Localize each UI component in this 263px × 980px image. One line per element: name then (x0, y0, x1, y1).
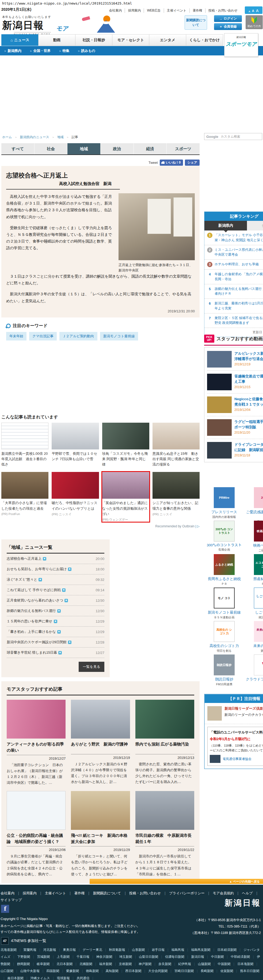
related-card[interactable]: 意識戻らぬ息子と15年 動き出す両親 同じ境遇の家族と交流の場探る (152, 423, 200, 468)
paper-link[interactable]: 山梨日日新聞 (139, 955, 165, 959)
paper-link[interactable]: 沖縄タイムス (30, 976, 57, 980)
paper-link[interactable]: 秋田魁新報 (109, 948, 132, 951)
ranking-tab-prefecture[interactable]: 新潟県内 (204, 221, 247, 231)
paper-link[interactable]: 北海道新聞 (0, 948, 24, 951)
ranking-link[interactable]: 年越しの食材求め 「魚のアメ横」にぎわう 長岡・寺泊 (215, 272, 263, 282)
paper-link[interactable]: 中国新聞 (217, 962, 237, 966)
outbrain-attribution[interactable]: Recommended by Outbrain (2, 524, 200, 528)
topnav-webad[interactable]: WEB広告 (144, 8, 164, 13)
footer-link[interactable]: モア会員規約 (213, 891, 242, 895)
promo-banner[interactable]: 映画ベスト映画ベスト10ご応募を (244, 521, 263, 554)
paper-link[interactable]: 東奥日報 (63, 948, 83, 951)
tab-video[interactable]: 動画 (38, 34, 76, 46)
paper-link[interactable]: 千葉日報 (76, 955, 96, 959)
related-card[interactable]: 珍鳥「コスズガモ」今冬も飛来 阿賀野・瓢湖 昨年と同じ雄 (102, 423, 149, 468)
font-size-large-button[interactable]: A (256, 8, 259, 13)
paper-link[interactable]: 下野新聞 (17, 955, 37, 959)
paper-link[interactable]: 紀伊民報 (178, 962, 198, 966)
staff-card[interactable]: 市民目線の模索 中原新潟市長就任１年2019/11/22 新潟市の中原八一市長が… (135, 791, 194, 877)
paper-link[interactable]: 神戸新聞 (139, 962, 158, 966)
paper-link[interactable]: 山陰中央新報 (21, 969, 46, 973)
paper-link[interactable]: 信濃毎日新聞 (165, 955, 191, 959)
topnav-contact[interactable]: 投稿・お問い合わせ (206, 8, 241, 13)
footer-link[interactable]: 著作権 (74, 891, 93, 895)
pr-item[interactable]: 「電話のユニバーサルサービス料」 令和2年1月から月額2円に （110番、118… (208, 727, 263, 766)
promo-banner[interactable]: Vクラウドファンディング (244, 654, 263, 688)
paper-link[interactable]: 共同通信 (76, 976, 96, 980)
topnav-company[interactable]: 会社案内 (106, 8, 125, 13)
paper-link[interactable]: 西日本新聞 (125, 969, 149, 973)
news-list-item[interactable]: 球音響き半世紀 惜しまれ15日幕12/27 (7, 648, 105, 658)
paper-link[interactable]: 愛媛新聞 (66, 969, 86, 973)
font-size-small-button[interactable]: A (249, 10, 250, 13)
news-list-item[interactable]: 志望校合格へ正月返上20:00 (7, 554, 105, 564)
video-item[interactable]: Negiccoと佐藤食品が全国雑煮合戦３１でタッグ2019/12/04 (207, 393, 263, 416)
ranking-link[interactable]: 衆院２区・５区 候補不在で焦る新潟県内の野党 政党間調整進まず (215, 316, 263, 326)
subnav-reading[interactable]: 読みもの (77, 48, 95, 53)
paper-link[interactable]: 京都新聞 (119, 962, 139, 966)
staff-card[interactable]: 飛べ!! 紙ヒコーキ 新潟の本格派大会に参加2019/11/29 「折り紙ヒコー… (71, 791, 130, 877)
promo-banner[interactable]: エコ＆カンパニー県産材の魅力ＰＲ (244, 554, 263, 587)
tab-economy[interactable]: 経済 (134, 143, 167, 154)
tab-region[interactable]: 地域 (67, 143, 100, 154)
ranking-link[interactable]: 新潟三越、最後の初売りは1月2日 福袋、例年より充実 (215, 301, 263, 311)
paper-link[interactable]: 福島民報 (171, 948, 191, 951)
staff-card[interactable]: 県内でも深刻 広がる薬物汚染2019/12/13 密閉された窓、紫色の壁に黒い革… (135, 700, 194, 786)
login-button[interactable]: →ログイン (214, 15, 242, 22)
footer-link[interactable]: プライバシーポリシー (169, 891, 213, 895)
footer-link[interactable]: サイトマップ (0, 898, 27, 902)
paper-link[interactable]: 福島民友新聞 (191, 948, 217, 951)
search-input[interactable] (220, 134, 260, 138)
footer-link[interactable]: 採用案内 (23, 891, 45, 895)
footer-link[interactable]: 会社案内 (0, 891, 23, 895)
footer-link[interactable]: ヘルプ (242, 891, 261, 895)
paper-link[interactable]: 岐阜新聞 (37, 962, 57, 966)
tweet-button[interactable]: Tweet (149, 161, 158, 165)
subscribe-info-button[interactable]: 新聞購読について (185, 15, 207, 30)
news-list-item[interactable]: こねて延ばして 手作りそばに挑戦09:14 (7, 585, 105, 595)
paper-link[interactable]: 奈良新聞 (158, 962, 178, 966)
subnav-national[interactable]: 全国・世界 (29, 48, 51, 53)
related-card[interactable]: 嘘だろ、中性脂肪が？ニッスイのハンパないサプリとは(PR) ニッスイ (52, 472, 99, 522)
video-item[interactable]: 笹越橋交差点で通行切り替え工事2019/12/15 (207, 371, 263, 393)
related-card-highlighted[interactable]: 「英会話やめました」通訳になった女性の英語勉強法がスゴい(PR) ウェンズデー (102, 472, 149, 522)
paper-link[interactable]: 琉球新報 (57, 976, 76, 980)
paper-link[interactable]: 中部経済新聞 (231, 955, 257, 959)
promo-banner[interactable]: 朗読日報抄朗読日報抄FM10局連携 (204, 654, 244, 688)
paper-link[interactable]: 山陽新聞 (198, 962, 218, 966)
related-card[interactable]: 平野部で雪、長岡では１０センチ 7日以降も山沿いで雪 (52, 423, 99, 468)
subnav-prefecture[interactable]: 新潟県内 (4, 48, 21, 53)
subnav-special[interactable]: 特集 (59, 48, 69, 53)
news-list-item[interactable]: １５周年の思いを歌声に乗せ12/29 (7, 616, 105, 627)
tab-politics[interactable]: 政治 (101, 143, 133, 154)
paper-link[interactable]: 南日本新聞 (8, 976, 30, 980)
tab-editorial[interactable]: 社説・日報抄 (75, 34, 112, 46)
tab-sports[interactable]: スポーツ (167, 143, 200, 154)
font-size-medium-button[interactable]: A (252, 9, 254, 13)
paper-link[interactable]: 埼玉新聞 (119, 955, 139, 959)
news-list-item[interactable]: 故郷の魅力伝える無料バス運行12/30 (7, 606, 105, 616)
ranking-link[interactable]: 「スカーレット」モデル 小千谷の女性陶芸家・神山さん 窯開設 地元と深く交流 (215, 232, 263, 243)
breadcrumb-home[interactable]: ホーム (2, 135, 20, 140)
site-logo[interactable]: 新潟日報 (2, 19, 44, 32)
promo-banner[interactable]: ふるさと納税長岡市ふるさと納税ＰＲ (204, 554, 244, 587)
ranking-link[interactable]: ミス・ユニバース県代表に小林さん 新潟市中央区で選考会 (215, 247, 263, 258)
facebook-like-button[interactable]: いいね！0 (160, 159, 183, 166)
paper-link[interactable]: 高知新聞 (106, 969, 125, 973)
tab-society[interactable]: 社会 (35, 143, 67, 154)
keyword-tag[interactable]: 新潟モノコト最前線 (100, 332, 138, 340)
paper-link[interactable]: 神奈川新聞 (96, 955, 119, 959)
news-list-item[interactable]: 新潟中央区のスケボー施設が29日閉館12/28 (7, 637, 105, 648)
promo-banner[interactable]: PRWireプレスリリース国内外の新着情報 (204, 487, 244, 521)
breadcrumb-region[interactable]: 地域 (57, 135, 72, 140)
keyword-tag[interactable]: 年末年始 (6, 332, 27, 340)
pr-item[interactable]: 新潟日報リーダーズ倶楽部新潟のリーダーのチカラを… (205, 703, 263, 724)
video-item[interactable]: ラグビー稲垣選手 日報スポーツ特別版2019/11/20 (207, 416, 263, 439)
paper-link[interactable]: 河北新報 (43, 948, 63, 951)
related-card[interactable]: 新潟県立中高一貫校1.00倍 20年度入試志願 過去３番目の低さ (2, 423, 48, 468)
news-list-item[interactable]: おせちも笑顔も、お年寄りらにお届け18:00 (7, 564, 105, 574)
facebook-share-button[interactable]: シェア (185, 159, 200, 166)
paper-link[interactable]: 日本経済新聞 (217, 948, 244, 951)
paper-link[interactable]: 中日新聞 (211, 955, 231, 959)
paper-link[interactable]: 山口新聞 (0, 969, 21, 973)
